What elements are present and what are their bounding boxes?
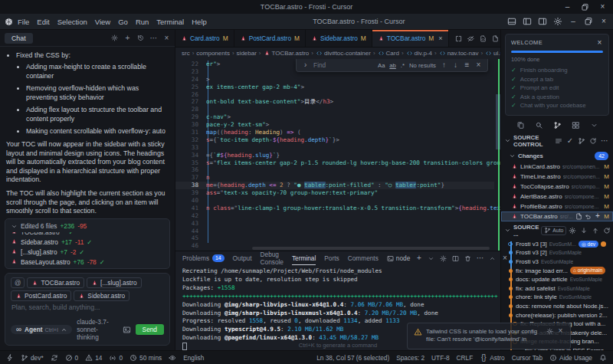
layout-b-icon[interactable]: [507, 17, 516, 26]
changed-file-row[interactable]: LinkCard.astrosrc/componen...M: [501, 162, 613, 172]
whole-word-toggle[interactable]: ab: [389, 62, 395, 69]
more-icon[interactable]: ⋯: [477, 255, 484, 262]
source-control-header[interactable]: SOURCE CONTROL ✓⋯: [501, 132, 613, 149]
context-chip[interactable]: TOCBar.astro: [27, 277, 84, 288]
changes-header[interactable]: Changes 42: [501, 149, 613, 162]
more-icon[interactable]: ⋯: [601, 137, 608, 145]
edited-files-header[interactable]: Edited 6 files +236 -95: [11, 222, 164, 230]
status-language-mode[interactable]: {}Astro: [480, 354, 504, 362]
menu-terminal[interactable]: Terminal: [152, 16, 188, 28]
more-icon[interactable]: ⋯: [150, 34, 157, 41]
menu-selection[interactable]: Selection: [54, 16, 91, 28]
menu-edit[interactable]: Edit: [33, 16, 53, 28]
close-icon[interactable]: ×: [557, 328, 564, 335]
breadcrumb-item[interactable]: nav.toc-nav: [439, 50, 479, 57]
discard-icon[interactable]: [585, 213, 592, 220]
edited-files-card[interactable]: Edited 6 files +236 -95 TOCBar.astro✓Sid…: [5, 218, 170, 269]
settings-gear-icon[interactable]: [546, 328, 553, 335]
commit-row[interactable]: docs: update articleEvoSunMaple: [501, 275, 613, 284]
search-icon[interactable]: [535, 121, 543, 130]
add-context-button[interactable]: @: [11, 277, 25, 288]
status-aide-usage[interactable]: Aide Usage: [549, 354, 592, 362]
status-warnings[interactable]: 14: [85, 354, 102, 362]
editor-tab-TOCBar.astro[interactable]: TOCBar.astroM×: [372, 30, 449, 47]
breadcrumb-item[interactable]: components: [196, 50, 230, 57]
horizontal-scrollbar[interactable]: [252, 247, 490, 250]
restore-icon[interactable]: [584, 17, 593, 26]
breadcrumb-item[interactable]: src: [182, 50, 190, 57]
commit-row[interactable]: Frosti v3EvoSunMaple: [501, 257, 613, 267]
refresh-icon[interactable]: [589, 137, 597, 145]
minimize-icon[interactable]: –: [563, 3, 572, 11]
graph-auto-selector[interactable]: Auto: [541, 226, 566, 235]
panel-tab-problems[interactable]: Problems14: [182, 251, 225, 265]
status-git-branch[interactable]: dev*: [21, 354, 44, 362]
source-control-graph-header[interactable]: SOURCE ... Auto: [501, 221, 613, 239]
file-code-icon[interactable]: [480, 35, 487, 42]
commit-row[interactable]: fix: image load err...⌂ origin/main: [501, 266, 613, 275]
history-icon[interactable]: [137, 34, 144, 41]
menu-help[interactable]: Help: [188, 16, 211, 28]
expand-replace-icon[interactable]: ›: [302, 62, 309, 69]
breadcrumb-item[interactable]: sidebar: [237, 50, 257, 57]
notification-toast[interactable]: Tailwind CSS is unable to load your conf…: [407, 323, 571, 349]
context-chip[interactable]: PostCard.astro: [11, 290, 71, 301]
commit-row[interactable]: fix: add safelistEvoSunMaple: [501, 284, 613, 293]
status-eol[interactable]: CRLF: [457, 354, 474, 362]
status-screen-reader[interactable]: [169, 354, 176, 362]
status-ports[interactable]: 0: [109, 354, 123, 362]
editor-tab-PostCard.astro[interactable]: PostCard.astroM: [234, 30, 306, 47]
status-notifications[interactable]: [599, 354, 607, 362]
panel-tab-output[interactable]: Output: [233, 251, 252, 265]
settings-gear-icon[interactable]: [440, 255, 447, 262]
scm-icon[interactable]: [553, 121, 562, 130]
status-encoding[interactable]: UTF-8: [431, 354, 450, 362]
panel-tab-ports[interactable]: Ports: [324, 251, 339, 265]
commit-row[interactable]: Frosti v3 [2]EvoSunMaple: [501, 248, 613, 257]
close-window-icon[interactable]: ×: [599, 17, 608, 26]
changed-file-row[interactable]: AlertBase.astrosrc/compone...M: [501, 192, 613, 202]
next-match-icon[interactable]: ↓: [452, 62, 459, 69]
eye-off-icon[interactable]: [467, 35, 474, 42]
menu-run[interactable]: Run: [132, 16, 152, 28]
chat-input-card[interactable]: @TOCBar.astro[...slug].astroPostCard.ast…: [5, 273, 170, 346]
files-icon[interactable]: [516, 121, 525, 130]
edited-file-row[interactable]: Sidebar.astro+17-11✓: [11, 237, 164, 247]
chat-input[interactable]: Plan, search, build anything...: [11, 303, 164, 311]
vertical-scrollbar[interactable]: [496, 94, 500, 149]
settings-gear-icon[interactable]: [553, 17, 562, 26]
status-timer[interactable]: 50 mins: [129, 354, 162, 362]
commit-row[interactable]: chore: link styleEvoSunMaple: [501, 293, 613, 302]
terminal-shell-selector[interactable]: node: [387, 254, 410, 262]
edited-file-row[interactable]: [...slug].astro+7-2✓: [11, 247, 164, 257]
status-indentation[interactable]: Spaces: 2: [396, 354, 425, 362]
edited-file-row[interactable]: TOCBar.astro✓: [11, 232, 164, 237]
restore-icon[interactable]: [581, 3, 589, 11]
prev-match-icon[interactable]: ↑: [441, 62, 447, 69]
breadcrumb-item[interactable]: div#toc-container: [316, 50, 371, 57]
minimize-icon[interactable]: –: [569, 17, 578, 26]
status-cursor-tab[interactable]: Cursor Tab: [512, 354, 543, 362]
status-sync[interactable]: [51, 354, 58, 362]
menu-file[interactable]: File: [14, 16, 33, 28]
code-editor[interactable]: › Find Aa ab .* No results ↑ ↓ ≡ × 22er"…: [175, 59, 500, 251]
close-tab-icon[interactable]: ×: [438, 34, 442, 42]
commit-row[interactable]: Frosti v3 [3]EvoSunM...◎ dev: [501, 240, 613, 249]
editor-tab-Sidebar.astro[interactable]: Sidebar.astroM: [306, 30, 372, 47]
layout-r-icon[interactable]: [538, 17, 547, 26]
status-remote[interactable]: [6, 354, 14, 362]
mode-selector[interactable]: ∞ Agent Ctrl+I: [11, 325, 72, 334]
add-icon[interactable]: +: [594, 213, 601, 220]
menu-view[interactable]: View: [91, 16, 114, 28]
settings-gear-icon[interactable]: [111, 34, 118, 41]
settings-gear-icon[interactable]: [569, 227, 576, 234]
layout-l-icon[interactable]: [523, 17, 532, 26]
check-icon[interactable]: ✓: [566, 137, 574, 145]
open-file-icon[interactable]: [492, 35, 499, 42]
open-file-icon[interactable]: [575, 213, 582, 220]
find-in-selection-icon[interactable]: ≡: [464, 62, 470, 69]
find-input[interactable]: Find: [313, 61, 373, 69]
match-case-toggle[interactable]: Aa: [378, 62, 385, 69]
add-icon[interactable]: +: [415, 255, 422, 262]
chev-down-icon[interactable]: [428, 255, 434, 262]
